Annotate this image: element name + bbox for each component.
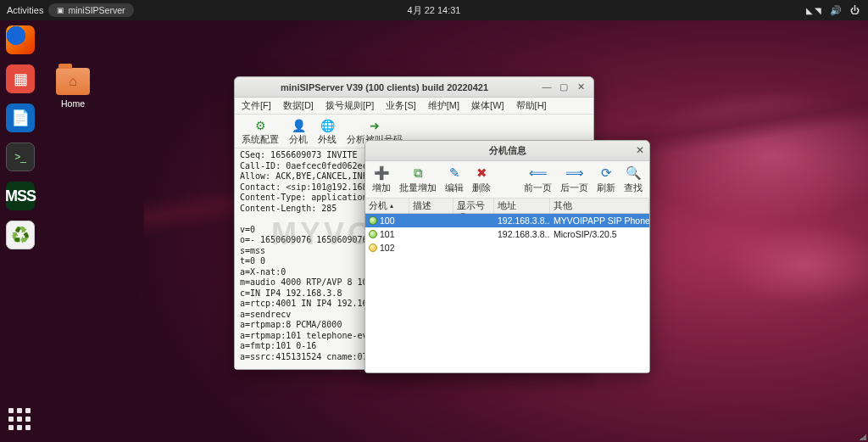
ext-add-label: 增加 [372, 182, 391, 194]
col-addr[interactable]: 地址 [494, 199, 550, 213]
ext-delete-button[interactable]: ✖删除 [472, 165, 491, 194]
menu-service[interactable]: 业务[S] [386, 99, 415, 112]
dock-minisipserver-icon[interactable]: MSS [6, 182, 35, 210]
menu-maintain[interactable]: 维护[M] [428, 99, 459, 112]
gear-icon: ⚙ [253, 118, 268, 133]
app-indicator[interactable]: ▣ miniSIPServer [48, 3, 133, 17]
cell-ext: 102 [380, 243, 395, 253]
ext-next-label: 后一页 [560, 182, 588, 194]
dock: ▦ 📄 >_ MSS ♻️ [0, 20, 41, 442]
status-icon [369, 230, 377, 238]
menu-data[interactable]: 数据[D] [283, 99, 314, 112]
menu-media[interactable]: 媒体[W] [471, 99, 504, 112]
cell-addr: 192.168.3.8... [494, 215, 550, 226]
ext-prev-label: 前一页 [524, 182, 552, 194]
ext-close-button[interactable]: ✕ [636, 144, 644, 156]
show-applications-button[interactable] [8, 408, 31, 430]
activities-button[interactable]: Activities [7, 5, 43, 15]
dock-firefox-icon[interactable] [6, 25, 35, 54]
prev-icon: ⟸ [530, 165, 547, 182]
ext-refresh-label: 刷新 [597, 182, 615, 194]
minimize-button[interactable]: — [541, 81, 553, 92]
cell-ext: 101 [380, 229, 395, 239]
network-icon: ◣◥ [806, 6, 821, 15]
ext-batchadd-label: 批量增加 [399, 182, 437, 194]
ext-toolbar: ➕增加 ⧉批量增加 ✎编辑 ✖删除 ⟸前一页 ⟹后一页 ⟳刷新 🔍查找 [365, 161, 649, 199]
dock-trash-icon[interactable]: ♻️ [6, 221, 35, 249]
close-button[interactable]: ✕ [575, 81, 587, 92]
folder-icon [56, 68, 90, 95]
ext-add-button[interactable]: ➕增加 [372, 165, 391, 194]
menu-help[interactable]: 帮助[H] [516, 99, 547, 112]
status-icon [369, 243, 377, 252]
batch-icon: ⧉ [409, 165, 426, 182]
toolbar-trunk-button[interactable]: 🌐 外线 [318, 118, 337, 146]
ext-refresh-button[interactable]: ⟳刷新 [597, 165, 615, 194]
extension-info-window: 分机信息 ✕ ➕增加 ⧉批量增加 ✎编辑 ✖删除 ⟸前一页 ⟹后一页 ⟳刷新 🔍… [364, 140, 650, 373]
main-window-title: miniSIPServer V39 (100 clients) build 20… [235, 82, 534, 92]
sort-icon: ▴ [390, 202, 393, 210]
ext-delete-label: 删除 [472, 182, 491, 194]
app-indicator-icon: ▣ [57, 6, 64, 14]
desktop-home-label: Home [49, 98, 97, 109]
toolbar-sysconfig-button[interactable]: ⚙ 系统配置 [242, 118, 279, 146]
arrow-icon: ➜ [367, 118, 382, 133]
col-other[interactable]: 其他 [550, 199, 649, 213]
ext-find-button[interactable]: 🔍查找 [624, 165, 643, 194]
table-row[interactable]: 101192.168.3.8...MicroSIP/3.20.5 [365, 227, 649, 241]
search-icon: 🔍 [625, 165, 642, 182]
cell-other: MYVOIPAPP SIP Phone (Apr ... [550, 215, 649, 226]
menu-dialplan[interactable]: 拨号规则[P] [326, 99, 374, 112]
power-icon: ⏻ [850, 5, 860, 15]
volume-icon: 🔊 [830, 5, 842, 16]
table-row[interactable]: 102 [365, 241, 649, 255]
toolbar-trunk-label: 外线 [318, 134, 337, 146]
ext-prev-button[interactable]: ⟸前一页 [524, 165, 552, 194]
col-display[interactable]: 显示号码 [453, 199, 494, 213]
desktop-home-folder[interactable]: Home [49, 68, 97, 109]
col-desc[interactable]: 描述 [409, 199, 453, 213]
status-area[interactable]: ◣◥ 🔊 ⏻ [806, 5, 868, 16]
ext-table-header: 分机▴ 描述 显示号码 地址 其他 [365, 199, 649, 214]
next-icon: ⟹ [566, 165, 583, 182]
ext-edit-label: 编辑 [445, 182, 464, 194]
cell-ext: 100 [380, 215, 395, 226]
dock-files-icon[interactable]: ▦ [6, 64, 35, 93]
ext-find-label: 查找 [624, 182, 643, 194]
menu-bar: 文件[F] 数据[D] 拨号规则[P] 业务[S] 维护[M] 媒体[W] 帮助… [235, 98, 593, 115]
menu-file[interactable]: 文件[F] [242, 99, 271, 112]
refresh-icon: ⟳ [598, 165, 615, 182]
dock-libreoffice-icon[interactable]: 📄 [6, 104, 35, 132]
top-bar: Activities ▣ miniSIPServer 4月 22 14:31 ◣… [0, 0, 868, 20]
ext-window-title: 分机信息 [365, 144, 649, 157]
main-titlebar[interactable]: miniSIPServer V39 (100 clients) build 20… [235, 77, 593, 98]
toolbar-sysconfig-label: 系统配置 [242, 134, 279, 146]
clock[interactable]: 4月 22 14:31 [408, 4, 461, 17]
toolbar-extension-label: 分机 [289, 134, 308, 146]
ext-table-body: 100192.168.3.8...MYVOIPAPP SIP Phone (Ap… [365, 214, 649, 372]
ext-next-button[interactable]: ⟹后一页 [560, 165, 588, 194]
dock-terminal-icon[interactable]: >_ [6, 143, 35, 171]
globe-icon: 🌐 [320, 118, 335, 133]
edit-icon: ✎ [446, 165, 463, 182]
resize-corner-icon [860, 434, 866, 440]
maximize-button[interactable]: ▢ [558, 81, 570, 92]
status-icon [369, 216, 377, 225]
delete-icon: ✖ [473, 165, 490, 182]
app-indicator-label: miniSIPServer [68, 5, 125, 15]
ext-batchadd-button[interactable]: ⧉批量增加 [399, 165, 437, 194]
table-row[interactable]: 100192.168.3.8...MYVOIPAPP SIP Phone (Ap… [365, 214, 649, 227]
plus-icon: ➕ [373, 165, 390, 182]
col-ext[interactable]: 分机▴ [365, 199, 409, 213]
cell-other: MicroSIP/3.20.5 [550, 229, 649, 239]
toolbar-extension-button[interactable]: 👤 分机 [289, 118, 308, 146]
ext-titlebar[interactable]: 分机信息 ✕ [365, 141, 649, 161]
cell-addr: 192.168.3.8... [494, 229, 550, 239]
user-icon: 👤 [291, 118, 306, 133]
ext-edit-button[interactable]: ✎编辑 [445, 165, 464, 194]
